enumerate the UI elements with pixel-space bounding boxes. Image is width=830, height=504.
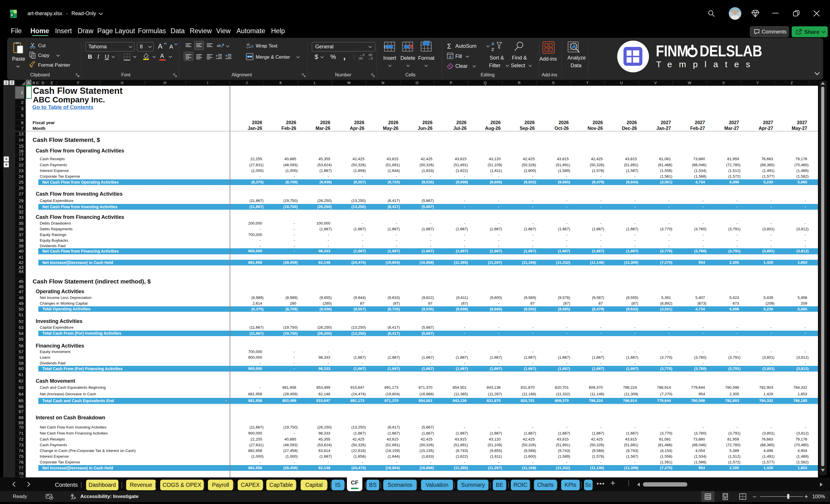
svg-text:←0: ←0 <box>359 53 364 57</box>
svg-text:x: x <box>11 12 13 17</box>
svg-text:→0: →0 <box>368 57 373 60</box>
svg-text:Z: Z <box>491 47 494 52</box>
svg-text:.00: .00 <box>358 57 362 60</box>
svg-text:ab: ab <box>217 43 221 48</box>
svg-text:.00: .00 <box>368 53 372 57</box>
svg-text:c: c <box>247 46 248 49</box>
svg-text:A: A <box>491 41 494 46</box>
